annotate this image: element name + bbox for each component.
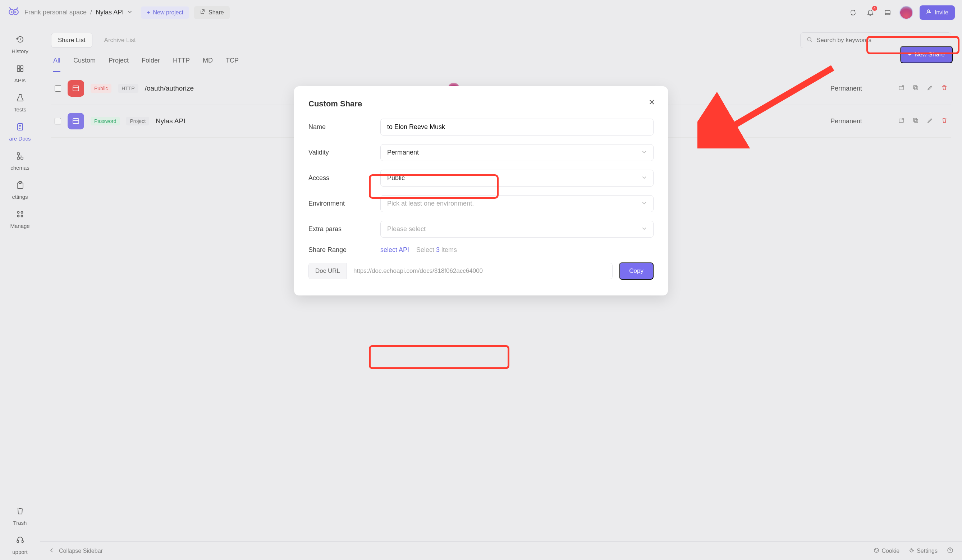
- modal-title: Custom Share: [308, 99, 654, 108]
- extra-paras-select[interactable]: Please select: [380, 221, 654, 237]
- name-label: Name: [308, 123, 380, 131]
- doc-url-value[interactable]: https://doc.echoapi.com/docs/318f062acc6…: [347, 263, 612, 279]
- extra-paras-placeholder: Please select: [387, 225, 426, 233]
- extra-paras-label: Extra paras: [308, 225, 380, 233]
- environment-placeholder: Pick at least one environment.: [387, 200, 474, 207]
- name-input[interactable]: [380, 119, 654, 136]
- select-api-link[interactable]: select API: [380, 246, 409, 254]
- chevron-down-icon: [642, 149, 647, 157]
- access-label: Access: [308, 174, 380, 182]
- chevron-down-icon: [642, 225, 647, 233]
- environment-label: Environment: [308, 200, 380, 207]
- chevron-down-icon: [642, 174, 647, 182]
- custom-share-modal: Custom Share ✕ Name Validity Permanent A…: [294, 86, 668, 295]
- validity-select[interactable]: Permanent: [380, 144, 654, 161]
- access-select[interactable]: Public: [380, 169, 654, 187]
- copy-button[interactable]: Copy: [619, 262, 654, 280]
- name-input-field[interactable]: [387, 123, 647, 131]
- modal-backdrop: Custom Share ✕ Name Validity Permanent A…: [0, 0, 962, 560]
- close-icon[interactable]: ✕: [649, 98, 655, 107]
- doc-url-label: Doc URL: [309, 263, 347, 279]
- validity-value: Permanent: [387, 149, 419, 157]
- validity-label: Validity: [308, 149, 380, 157]
- doc-url-box: Doc URL https://doc.echoapi.com/docs/318…: [308, 263, 613, 279]
- environment-select[interactable]: Pick at least one environment.: [380, 195, 654, 212]
- share-range-label: Share Range: [308, 246, 380, 254]
- access-value: Public: [387, 174, 405, 182]
- select-items-text: Select 3 items: [416, 246, 457, 254]
- chevron-down-icon: [642, 200, 647, 207]
